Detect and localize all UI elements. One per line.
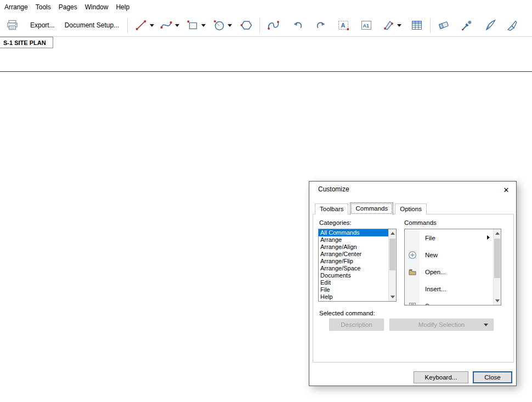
command-item-save[interactable]: Save... [405, 297, 493, 305]
close-icon[interactable]: ✕ [500, 184, 512, 195]
command-item-open[interactable]: Open... [405, 263, 493, 280]
toolbar-separator [430, 18, 431, 33]
customize-dialog: Customize ✕ Toolbars Commands Options Ca… [309, 181, 517, 386]
description-button-label: Description [341, 321, 372, 328]
redo-button[interactable] [313, 16, 329, 34]
app-window: { "menubar": { "items": [ {"label": "Arr… [0, 0, 532, 402]
blade-icon [506, 19, 519, 32]
commands-list-items: File New [405, 229, 493, 305]
scroll-up-icon[interactable] [494, 229, 501, 237]
line-tool-icon [134, 19, 148, 32]
menu-arrange[interactable]: Arrange [1, 1, 32, 13]
quill-tool-button[interactable] [482, 16, 499, 34]
eraser-tool-button[interactable] [435, 16, 452, 34]
line-tool-button[interactable] [133, 16, 156, 34]
command-label: New [425, 252, 438, 258]
spline-tool-icon [267, 19, 281, 32]
command-label: Open... [425, 269, 446, 275]
rectangle-tool-icon [186, 19, 199, 32]
toolbar: Export... Document Setup... [0, 14, 532, 37]
quill-icon [484, 19, 497, 32]
chevron-down-icon [201, 24, 206, 27]
svg-text:A1: A1 [363, 23, 370, 29]
menu-help[interactable]: Help [112, 1, 133, 13]
table-tool-button[interactable] [409, 16, 425, 34]
selected-command-label: Selected command: [319, 310, 375, 316]
category-item[interactable]: Help [319, 293, 388, 301]
scrollbar-thumb[interactable] [494, 239, 500, 278]
document-tab-site-plan[interactable]: S-1 SITE PLAN [0, 37, 53, 48]
category-item[interactable]: File [319, 286, 388, 293]
chevron-down-icon [228, 24, 232, 27]
modify-selection-label: Modify Selection [418, 321, 465, 328]
category-item[interactable]: Arrange/Align [319, 244, 388, 251]
menu-pages[interactable]: Pages [55, 1, 81, 13]
category-item[interactable]: Documents [319, 272, 388, 279]
tab-commands[interactable]: Commands [350, 202, 393, 215]
tab-toolbars[interactable]: Toolbars [315, 203, 348, 214]
knife-tool-icon [382, 19, 395, 32]
page-boundary-line [0, 71, 532, 72]
text-box-tool-button[interactable]: A1 [358, 16, 375, 34]
document-tabstrip: S-1 SITE PLAN [0, 37, 532, 50]
scrollbar-thumb[interactable] [389, 239, 395, 270]
ellipse-tool-button[interactable] [211, 16, 234, 34]
chevron-down-icon [175, 24, 179, 27]
description-button[interactable]: Description [329, 319, 384, 331]
spline-tool-button[interactable] [265, 16, 282, 34]
polygon-tool-button[interactable] [238, 16, 254, 34]
undo-button[interactable] [290, 16, 306, 34]
menubar: Arrange Tools Pages Window Help [0, 0, 532, 14]
dialog-tabs: Toolbars Commands Options [315, 202, 428, 214]
command-label: File [425, 235, 435, 241]
menu-tools[interactable]: Tools [32, 1, 55, 13]
toolbar-separator [259, 18, 260, 33]
dialog-tab-panel: Categories: Commands All Commands Arrang… [313, 214, 514, 363]
category-item[interactable]: Arrange [319, 236, 388, 244]
menu-window[interactable]: Window [81, 1, 112, 13]
scroll-down-icon[interactable] [494, 297, 501, 305]
command-label: Save... [425, 303, 445, 305]
eyedropper-tool-button[interactable] [459, 16, 475, 34]
category-item[interactable]: Arrange/Center [319, 251, 388, 258]
category-item[interactable]: Arrange/Space [319, 265, 388, 272]
category-item[interactable]: InspectorContext [319, 301, 388, 301]
chevron-down-icon [150, 24, 154, 27]
categories-listbox: All Commands Arrange Arrange/Align Arran… [318, 229, 397, 302]
tab-options[interactable]: Options [395, 203, 427, 214]
text-block-tool-button[interactable]: A [335, 16, 352, 34]
categories-list-items: All Commands Arrange Arrange/Align Arran… [319, 229, 388, 301]
scroll-up-icon[interactable] [389, 229, 397, 237]
command-item-file[interactable]: File [405, 229, 493, 246]
scroll-down-icon[interactable] [389, 293, 397, 301]
svg-text:A: A [341, 22, 346, 29]
command-item-new[interactable]: New [405, 246, 493, 263]
undo-icon [292, 19, 304, 31]
keyboard-button[interactable]: Keyboard... [414, 371, 468, 383]
rectangle-tool-button[interactable] [184, 16, 207, 34]
modify-selection-button[interactable]: Modify Selection [389, 319, 494, 331]
curve-tool-button[interactable] [158, 16, 181, 34]
blade-tool-button[interactable] [504, 16, 520, 34]
commands-listbox: File New [404, 229, 501, 305]
document-setup-button[interactable]: Document Setup... [61, 16, 122, 34]
eyedropper-icon [460, 19, 473, 32]
dialog-titlebar[interactable]: Customize ✕ [309, 182, 516, 198]
eraser-icon [437, 19, 450, 32]
text-block-icon: A [337, 19, 350, 32]
command-item-insert[interactable]: Insert... [405, 280, 493, 297]
category-item[interactable]: Edit [319, 279, 388, 286]
close-button[interactable]: Close [473, 371, 512, 383]
category-item[interactable]: All Commands [319, 229, 388, 236]
commands-scrollbar[interactable] [493, 229, 501, 305]
knife-tool-button[interactable] [380, 16, 403, 34]
print-button[interactable] [4, 16, 20, 34]
chevron-down-icon [397, 24, 401, 27]
category-item[interactable]: Arrange/Flip [319, 258, 388, 265]
document-tab-label: S-1 SITE PLAN [3, 39, 46, 46]
chevron-down-icon [484, 324, 488, 326]
categories-scrollbar[interactable] [388, 229, 396, 301]
export-button[interactable]: Export... [27, 16, 58, 34]
save-icon [405, 302, 420, 305]
redo-icon [314, 19, 327, 31]
